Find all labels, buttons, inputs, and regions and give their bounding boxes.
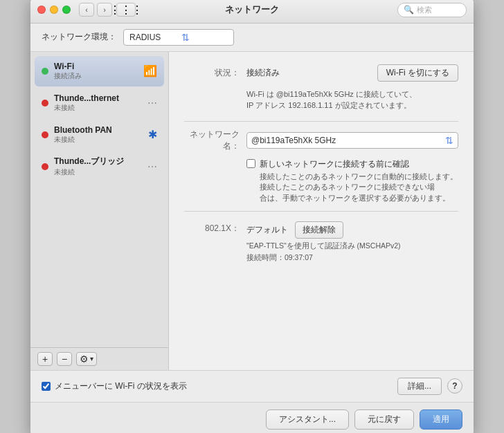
auto-join-row: 新しいネットワークに接続する前に確認 接続したことのあるネットワークに自動的に接… — [246, 159, 458, 204]
menubar-checkbox-row: メニューバーに Wi-Fi の状況を表示 — [42, 380, 187, 392]
section-802-disconnect-button[interactable]: 接続解除 — [295, 221, 343, 239]
toolbar: ネットワーク環境： RADIUS ⇅ — [30, 24, 474, 52]
auto-join-desc: 接続したことのあるネットワークに自動的に接続します。 接続したことのあるネットワ… — [260, 172, 458, 204]
bridge-info: Thunde...ブリッジ 未接続 — [54, 156, 142, 177]
env-dropdown[interactable]: RADIUS ⇅ — [123, 29, 234, 46]
network-name-row: ネットワーク名： @bi119aTe5hXk 5GHz ⇅ — [184, 129, 458, 152]
section-802-note2: 接続時間：09:37:07 — [246, 252, 458, 263]
sidebar-item-bluetooth[interactable]: Bluetooth PAN 未接続 ✱ — [35, 120, 164, 150]
bluetooth-status-dot — [42, 131, 48, 138]
search-box[interactable]: 🔍 検索 — [397, 3, 467, 17]
revert-button[interactable]: 元に戻す — [354, 409, 414, 430]
wifi-info: Wi-Fi 接続済み — [54, 62, 138, 81]
sidebar-item-wifi[interactable]: Wi-Fi 接続済み 📶 — [35, 56, 164, 86]
bridge-status-dot — [42, 163, 48, 170]
section-802-note1: "EAP-TTLS"を使用して認証済み (MSCHAPv2) — [246, 241, 458, 251]
network-label: ネットワーク名： — [184, 129, 240, 152]
status-value: 接続済み — [246, 67, 280, 79]
bottom-bar: メニューバーに Wi-Fi の状況を表示 詳細... ? — [30, 370, 474, 402]
ethernet-status-dot — [42, 100, 48, 107]
bluetooth-info: Bluetooth PAN 未接続 — [54, 125, 143, 145]
env-dropdown-arrows: ⇅ — [181, 32, 190, 43]
section-802-content: デフォルト 接続解除 "EAP-TTLS"を使用して認証済み (MSCHAPv2… — [246, 221, 458, 263]
bluetooth-status: 未接続 — [54, 135, 143, 145]
wifi-icon: 📶 — [143, 64, 157, 77]
detail-button[interactable]: 詳細... — [397, 378, 442, 395]
sidebar: Wi-Fi 接続済み 📶 Thunde...thernet 未接続 ⋯ — [30, 52, 169, 370]
auto-join-checkbox[interactable] — [246, 159, 255, 168]
wifi-status: 接続済み — [54, 71, 138, 81]
section-802-value: デフォルト — [246, 224, 288, 236]
auto-join-label: 新しいネットワークに接続する前に確認 — [260, 159, 458, 169]
back-button[interactable]: ‹ — [79, 3, 94, 17]
search-icon: 🔍 — [404, 5, 414, 15]
sidebar-item-ethernet[interactable]: Thunde...thernet 未接続 ⋯ — [35, 88, 164, 118]
network-dropdown-arrows: ⇅ — [445, 135, 453, 146]
menubar-checkbox[interactable] — [42, 382, 51, 391]
network-name-dropdown[interactable]: @bi119aTe5hXk 5GHz ⇅ — [246, 132, 458, 149]
main-area: Wi-Fi 接続済み 📶 Thunde...thernet 未接続 ⋯ — [30, 52, 474, 370]
menubar-checkbox-label: メニューバーに Wi-Fi の状況を表示 — [55, 380, 187, 392]
wifi-name: Wi-Fi — [54, 62, 138, 71]
gear-chevron-icon: ▾ — [90, 355, 93, 362]
assistant-button[interactable]: アシスタント... — [266, 409, 349, 430]
bluetooth-name: Bluetooth PAN — [54, 125, 143, 135]
network-list: Wi-Fi 接続済み 📶 Thunde...thernet 未接続 ⋯ — [30, 52, 168, 347]
apply-button[interactable]: 適用 — [420, 409, 462, 430]
bridge-name: Thunde...ブリッジ — [54, 156, 142, 167]
ethernet-icon: ⋯ — [147, 98, 157, 109]
close-button[interactable] — [37, 6, 46, 14]
env-value: RADIUS — [129, 33, 161, 42]
remove-network-button[interactable]: − — [57, 352, 72, 366]
bridge-icon: ⋯ — [147, 161, 157, 172]
disconnect-button[interactable]: Wi-Fi を切にする — [377, 64, 458, 82]
minimize-button[interactable] — [50, 6, 58, 14]
ethernet-name: Thunde...thernet — [54, 93, 142, 103]
maximize-button[interactable] — [62, 6, 71, 14]
gear-icon: ⚙ — [80, 353, 89, 365]
ethernet-info: Thunde...thernet 未接続 — [54, 93, 142, 113]
bluetooth-icon: ✱ — [148, 128, 157, 141]
env-label: ネットワーク環境： — [42, 31, 116, 43]
add-network-button[interactable]: + — [37, 352, 53, 366]
nav-buttons: ‹ › — [79, 3, 112, 17]
status-description: Wi-Fi は @bi119aTe5hXk 5GHz に接続していて、 IP ア… — [246, 89, 458, 111]
status-row: 状況： 接続済み Wi-Fi を切にする — [184, 64, 458, 82]
ethernet-status: 未接続 — [54, 103, 142, 113]
search-placeholder: 検索 — [417, 5, 432, 15]
grid-button[interactable]: ⋮⋮⋮ — [116, 3, 136, 17]
section-802-label: 802.1X： — [184, 221, 240, 234]
titlebar: ‹ › ⋮⋮⋮ ネットワーク 🔍 検索 — [30, 0, 474, 24]
network-preferences-window: ‹ › ⋮⋮⋮ ネットワーク 🔍 検索 ネットワーク環境： RADIUS ⇅ W… — [30, 0, 474, 433]
wifi-status-dot — [42, 68, 48, 75]
gear-menu-button[interactable]: ⚙ ▾ — [76, 352, 97, 366]
sidebar-item-bridge[interactable]: Thunde...ブリッジ 未接続 ⋯ — [35, 151, 164, 182]
sidebar-bottom: + − ⚙ ▾ — [30, 347, 168, 370]
help-button[interactable]: ? — [447, 378, 462, 394]
content-area: 状況： 接続済み Wi-Fi を切にする Wi-Fi は @bi119aTe5h… — [169, 52, 474, 370]
divider2 — [184, 211, 458, 212]
bridge-status: 未接続 — [54, 167, 142, 177]
section-802-row: 802.1X： デフォルト 接続解除 "EAP-TTLS"を使用して認証済み (… — [184, 221, 458, 263]
traffic-lights — [37, 6, 71, 14]
section-802-value-row: デフォルト 接続解除 — [246, 221, 458, 239]
footer-bar: アシスタント... 元に戻す 適用 — [30, 402, 474, 434]
section-802: 802.1X： デフォルト 接続解除 "EAP-TTLS"を使用して認証済み (… — [184, 221, 458, 263]
window-title: ネットワーク — [225, 3, 279, 16]
bottom-right: 詳細... ? — [397, 378, 462, 395]
divider — [184, 121, 458, 122]
network-name-value: @bi119aTe5hXk 5GHz — [251, 136, 336, 145]
status-label: 状況： — [184, 67, 240, 79]
